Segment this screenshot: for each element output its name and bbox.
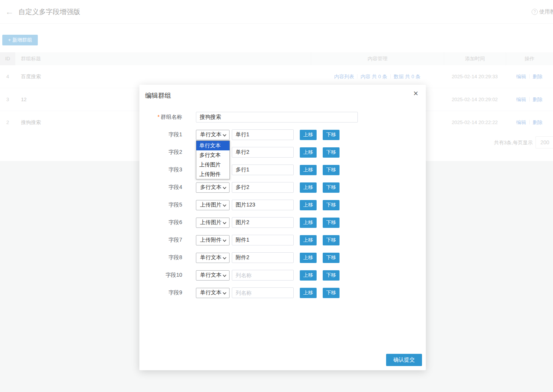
dropdown-option[interactable]: 单行文本 <box>196 141 230 150</box>
chevron-down-icon <box>223 134 226 137</box>
field-type-select[interactable]: 单行文本 <box>196 270 230 281</box>
move-down-button[interactable]: 下移 <box>323 200 340 210</box>
move-up-button[interactable]: 上移 <box>300 200 317 210</box>
field-label: 字段7 <box>139 237 182 244</box>
field-label: 字段9 <box>139 289 182 296</box>
move-down-button[interactable]: 下移 <box>323 130 340 140</box>
field-name-input[interactable] <box>232 182 294 193</box>
field-row-9: 字段9 单行文本 上移 下移 <box>139 287 426 298</box>
move-up-button[interactable]: 上移 <box>300 288 317 298</box>
field-row-2: 字段2 单行文本 上移 下移 <box>139 147 426 158</box>
field-row-5: 字段5 上传图片 上移 下移 <box>139 200 426 210</box>
modal-title: 编辑群组 <box>145 91 171 100</box>
field-label: 字段5 <box>139 202 182 208</box>
move-down-button[interactable]: 下移 <box>323 253 340 263</box>
edit-group-form: *群组名称 字段1 单行文本 上移 下移 字段2 单行文本 上移 下移 <box>139 112 426 305</box>
field-name-input[interactable] <box>232 165 294 175</box>
field-label: 字段2 <box>139 149 182 156</box>
chevron-down-icon <box>223 274 226 277</box>
field-name-input[interactable] <box>232 235 294 245</box>
field-type-select[interactable]: 单行文本 <box>196 253 230 263</box>
chevron-down-icon <box>223 292 226 295</box>
move-up-button[interactable]: 上移 <box>300 235 317 245</box>
move-down-button[interactable]: 下移 <box>323 182 340 193</box>
edit-group-modal: 编辑群组 × *群组名称 字段1 单行文本 上移 下移 字段2 单行文本 上移 <box>139 85 426 370</box>
move-up-button[interactable]: 上移 <box>300 147 317 158</box>
field-name-input[interactable] <box>232 217 294 228</box>
field-label: 字段1 <box>139 131 182 138</box>
move-up-button[interactable]: 上移 <box>300 182 317 193</box>
chevron-down-icon <box>223 222 226 224</box>
field-label: 字段6 <box>139 219 182 226</box>
group-name-input[interactable] <box>196 112 358 123</box>
close-icon[interactable]: × <box>413 89 418 98</box>
field-row-6: 字段6 上传图片 上移 下移 <box>139 217 426 228</box>
field-name-input[interactable] <box>232 252 294 263</box>
field-type-select[interactable]: 单行文本 <box>196 288 230 298</box>
move-down-button[interactable]: 下移 <box>323 270 340 281</box>
move-up-button[interactable]: 上移 <box>300 130 317 140</box>
confirm-submit-button[interactable]: 确认提交 <box>386 354 422 366</box>
field-type-select[interactable]: 上传附件 <box>196 235 230 245</box>
field-type-select[interactable]: 上传图片 <box>196 200 230 210</box>
field-row-4: 字段4 多行文本 上移 下移 <box>139 182 426 193</box>
move-down-button[interactable]: 下移 <box>323 288 340 298</box>
move-down-button[interactable]: 下移 <box>323 218 340 228</box>
field-type-dropdown: 单行文本 多行文本 上传图片 上传附件 <box>196 140 230 179</box>
field-label: 字段4 <box>139 184 182 191</box>
chevron-down-icon <box>223 239 226 242</box>
move-up-button[interactable]: 上移 <box>300 270 317 281</box>
field-label: 字段10 <box>139 272 182 279</box>
chevron-down-icon <box>223 204 226 207</box>
field-row-7: 字段7 上传附件 上移 下移 <box>139 235 426 245</box>
chevron-down-icon <box>223 187 226 189</box>
dropdown-option[interactable]: 上传图片 <box>196 160 230 169</box>
field-row-8: 字段8 单行文本 上移 下移 <box>139 252 426 263</box>
field-name-input[interactable] <box>232 147 294 158</box>
move-up-button[interactable]: 上移 <box>300 253 317 263</box>
field-row-3: 字段3 多行文本 上移 下移 <box>139 165 426 175</box>
move-up-button[interactable]: 上移 <box>300 218 317 228</box>
field-type-select[interactable]: 上传图片 <box>196 218 230 228</box>
field-label: 字段3 <box>139 166 182 173</box>
field-name-input[interactable] <box>232 287 294 298</box>
field-name-input[interactable] <box>232 270 294 281</box>
move-up-button[interactable]: 上移 <box>300 165 317 175</box>
required-mark: * <box>158 114 160 120</box>
field-row-1: 字段1 单行文本 上移 下移 <box>139 129 426 140</box>
field-label: 字段8 <box>139 254 182 261</box>
move-down-button[interactable]: 下移 <box>323 147 340 158</box>
chevron-down-icon <box>223 257 226 260</box>
dropdown-option[interactable]: 多行文本 <box>196 150 230 160</box>
field-type-select[interactable]: 单行文本 <box>196 130 230 140</box>
group-name-label: *群组名称 <box>139 114 182 121</box>
move-down-button[interactable]: 下移 <box>323 165 340 175</box>
group-name-row: *群组名称 <box>139 112 426 123</box>
field-name-input[interactable] <box>232 200 294 210</box>
field-type-select[interactable]: 多行文本 <box>196 182 230 193</box>
move-down-button[interactable]: 下移 <box>323 235 340 245</box>
field-row-10: 字段10 单行文本 上移 下移 <box>139 270 426 281</box>
field-name-input[interactable] <box>232 129 294 140</box>
dropdown-option[interactable]: 上传附件 <box>196 169 230 179</box>
